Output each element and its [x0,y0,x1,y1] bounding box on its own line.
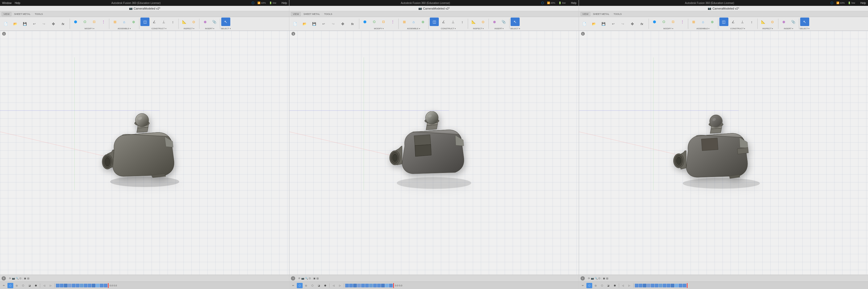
btn-assemble-3-1[interactable]: ⊞ [689,17,698,26]
btn-inspect-2-2[interactable]: ⊙ [478,17,488,26]
tab-sheetmetal-2[interactable]: SHEET METAL [302,12,321,16]
btn-formula-3[interactable]: fx [638,20,647,28]
solid-btn-1[interactable]: ⬡ [7,283,13,288]
btn-insert-2-1[interactable]: ⊕ [490,17,499,26]
doc-name-2[interactable]: CameraModeled v2* [423,7,450,10]
btn-assemble-3-3[interactable]: ⊛ [708,17,717,26]
view-btn-2[interactable]: ▣ [313,277,316,280]
btn-construct-3-4[interactable]: ↕ [747,17,756,26]
btn-new-1[interactable]: 📄 [1,20,10,28]
timeline-cursor-1[interactable] [108,283,108,288]
btn-modify-2-2[interactable]: ⌬ [370,17,379,26]
viewport-3[interactable]: 1 [579,31,868,275]
tab-view-2[interactable]: VIEW [291,12,301,16]
insert-label-2[interactable]: INSERT ▾ [490,27,508,30]
select-label-2[interactable]: SELECT ▾ [510,27,520,30]
orbit-btn-1[interactable]: ⟳ [9,277,11,280]
fit-btn-2[interactable]: ⊡ [309,277,311,280]
mesh-btn-3[interactable]: ⬡ [599,283,605,288]
btn-select-1-1[interactable]: ↖ [221,17,230,26]
btn-construct-1-1[interactable]: ◫ [141,17,150,26]
btn-undo-3[interactable]: ↩ [609,20,618,28]
btn-select-2-1[interactable]: ↖ [510,17,520,26]
fit-btn-3[interactable]: ⊡ [598,277,600,280]
btn-save-2[interactable]: 💾 [310,20,318,28]
tab-view-1[interactable]: VIEW [2,12,11,16]
modify-label-1[interactable]: MODIFY ▾ [71,27,108,30]
tab-tools-2[interactable]: TOOLS [322,12,334,16]
btn-redo-2[interactable]: ↪ [329,20,338,28]
tab-tools-3[interactable]: TOOLS [612,12,623,16]
zoom-btn-3[interactable]: 🔍 [595,277,597,280]
timeline-btn1-2[interactable]: ◁ [331,283,336,288]
btn-inspect-2-1[interactable]: 📐 [469,17,478,26]
btn-undo-1[interactable]: ↩ [30,20,39,28]
btn-construct-2-2[interactable]: ∠ [439,17,448,26]
viewport-1[interactable]: 1 [0,31,289,275]
sheetmetal-btn-1[interactable]: ◪ [27,283,32,288]
btn-modify-3-1[interactable]: ⬢ [650,17,659,26]
btn-assemble-2-2[interactable]: ⌂ [409,17,418,26]
timeline-btn2-2[interactable]: ▷ [337,283,343,288]
surface-btn-2[interactable]: ◎ [303,283,309,288]
btn-construct-1-3[interactable]: ⊥ [159,17,168,26]
btn-open-2[interactable]: 📂 [300,20,309,28]
btn-insert-3-2[interactable]: 📎 [789,17,798,26]
plastic-btn-2[interactable]: ⬢ [322,283,328,288]
mesh-btn-2[interactable]: ⬡ [310,283,315,288]
help-menu-1[interactable]: Help [15,2,21,4]
sketch-btn-2[interactable]: ✏ [290,283,296,288]
btn-construct-1-2[interactable]: ∠ [150,17,159,26]
btn-assemble-1-1[interactable]: ⊞ [111,17,119,26]
btn-move-1[interactable]: ✥ [49,20,58,28]
btn-new-3[interactable]: 📄 [580,20,589,28]
tab-tools-1[interactable]: TOOLS [33,12,44,16]
btn-modify-2-3[interactable]: ⊡ [379,17,388,26]
doc-name-1[interactable]: CameraModeled v2* [134,7,160,10]
btn-modify-1-2[interactable]: ⌬ [80,17,89,26]
timeline-btn1-3[interactable]: ◁ [620,283,626,288]
btn-save-1[interactable]: 💾 [20,20,29,28]
assemble-label-2[interactable]: ASSEMBLE ▾ [400,27,427,30]
btn-modify-3-4[interactable]: ⋮ [678,17,687,26]
btn-construct-2-3[interactable]: ⊥ [448,17,457,26]
btn-select-3-1[interactable]: ↖ [800,17,809,26]
display-btn-1[interactable]: ▤ [27,277,30,280]
timeline-btn2-3[interactable]: ▷ [626,283,632,288]
btn-redo-1[interactable]: ↪ [39,20,49,28]
orbit-btn-2[interactable]: ⟳ [299,277,301,280]
btn-move-2[interactable]: ✥ [338,20,347,28]
insert-label-1[interactable]: INSERT ▾ [200,27,219,30]
btn-assemble-2-3[interactable]: ⊛ [418,17,427,26]
btn-move-3[interactable]: ✥ [628,20,637,28]
tab-view-3[interactable]: VIEW [581,12,590,16]
btn-assemble-1-3[interactable]: ⊛ [129,17,138,26]
fit-btn-1[interactable]: ⊡ [20,277,22,280]
solid-btn-2[interactable]: ⬡ [297,283,303,288]
inspect-label-3[interactable]: INSPECT ▾ [759,27,777,30]
btn-open-1[interactable]: 📂 [11,20,20,28]
btn-construct-3-1[interactable]: ◫ [719,17,728,26]
btn-modify-1-4[interactable]: ⋮ [99,17,108,26]
timeline-btn2-1[interactable]: ▷ [48,283,54,288]
window-menu-1[interactable]: Window [2,2,12,4]
solid-btn-3[interactable]: ⬡ [586,283,592,288]
btn-construct-2-1[interactable]: ◫ [430,17,439,26]
zoom-btn-1[interactable]: 🔍 [16,277,19,280]
tab-sheetmetal-3[interactable]: SHEET METAL [591,12,611,16]
construct-label-2[interactable]: CONSTRUCT ▾ [430,27,467,30]
btn-modify-2-4[interactable]: ⋮ [388,17,397,26]
btn-assemble-3-2[interactable]: ⌂ [699,17,708,26]
btn-insert-2-2[interactable]: 📎 [499,17,508,26]
viewport-2[interactable]: 1 [289,31,579,275]
btn-modify-1-1[interactable]: ⬢ [71,17,80,26]
sheetmetal-btn-3[interactable]: ◪ [606,283,611,288]
select-label-1[interactable]: SELECT ▾ [221,27,230,30]
display-btn-2[interactable]: ▤ [316,277,319,280]
surface-btn-3[interactable]: ◎ [593,283,599,288]
select-label-3[interactable]: SELECT ▾ [800,27,809,30]
display-btn-3[interactable]: ▤ [606,277,609,280]
btn-formula-2[interactable]: fx [348,20,357,28]
btn-modify-3-2[interactable]: ⌬ [659,17,668,26]
btn-new-2[interactable]: 📄 [290,20,300,28]
